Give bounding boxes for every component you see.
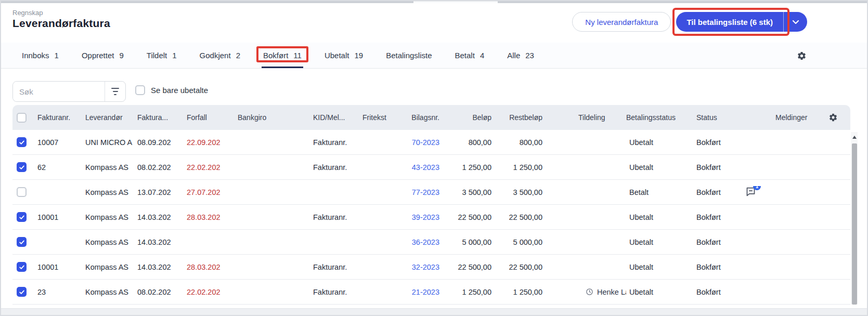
bilagsnr-link[interactable]: 36-2023 (412, 238, 439, 246)
table-row[interactable]: 10007 UNI MICRO A 08.09.202 22.09.202 Fa… (12, 130, 850, 155)
table-row[interactable]: 62 Kompass AS 08.02.202 22.02.202 Faktur… (12, 155, 850, 180)
cell-fakturanr: 10007 (37, 138, 85, 147)
cell-status: Bokført (696, 213, 742, 221)
cell-status: Bokført (696, 188, 742, 196)
col-header-tildeling[interactable]: Tildeling (575, 113, 626, 122)
col-header-kid[interactable]: KID/Mel... (313, 113, 362, 122)
tab-settings-gear-icon[interactable] (797, 43, 807, 69)
table-settings-gear-icon[interactable] (821, 113, 850, 122)
row-checkbox[interactable] (17, 162, 27, 172)
cell-forfall: 28.03.202 (187, 263, 238, 271)
to-payment-list-button[interactable]: Til betalingsliste (6 stk) (676, 12, 783, 32)
cell-restbelop: 3 500,00 (494, 188, 545, 196)
row-checkbox[interactable] (17, 137, 27, 147)
cell-meldinger: 1 (742, 186, 821, 199)
col-header-betalingsstatus[interactable]: Betalingsstatus (626, 113, 696, 122)
message-count-badge: 1 (753, 186, 761, 190)
show-only-unpaid-checkbox[interactable] (135, 85, 145, 95)
cell-forfall: 27.07.202 (187, 188, 238, 196)
row-checkbox[interactable] (17, 287, 27, 297)
check-icon (18, 288, 25, 296)
filter-icon[interactable] (105, 82, 125, 101)
table-row[interactable]: Kompass AS 14.03.202 36-2023 5 000,00 5 … (12, 230, 850, 255)
tab-betalt[interactable]: Betalt 4 (455, 43, 485, 68)
table-row[interactable]: 10001 Kompass AS 14.03.202 28.03.202 Fak… (12, 205, 850, 230)
check-icon (18, 214, 25, 221)
col-header-bilagsnr[interactable]: Bilagsnr. (409, 113, 442, 122)
col-header-bankgiro[interactable]: Bankgiro (238, 113, 313, 122)
scroll-up-button[interactable] (851, 132, 858, 142)
message-icon[interactable]: 1 (745, 186, 756, 199)
row-checkbox[interactable] (17, 262, 27, 272)
cell-status: Bokført (696, 163, 742, 172)
check-icon (18, 239, 25, 246)
tab-count: 9 (119, 51, 123, 60)
page-header: Regnskap Leverandørfaktura Ny leverandør… (1, 3, 867, 43)
tab-label: Ubetalt (325, 51, 349, 60)
table-row[interactable]: Kompass AS 13.07.202 27.07.202 77-2023 3… (12, 180, 850, 205)
horizontal-scrollbar[interactable] (1, 308, 867, 315)
tab-godkjent[interactable]: Godkjent 2 (200, 43, 240, 68)
show-only-unpaid-label: Se bare ubetalte (151, 86, 208, 95)
invoice-table: Fakturanr. Leverandør Faktura... Forfall… (12, 105, 850, 305)
cell-restbelop: 22 500,00 (494, 263, 545, 271)
tab-ubetalt[interactable]: Ubetalt 19 (325, 43, 363, 68)
tab-count: 11 (293, 51, 302, 60)
table-row[interactable]: 10001 Kompass AS 14.03.202 28.03.202 Fak… (12, 255, 850, 280)
cell-betalingsstatus: Ubetalt (626, 263, 696, 271)
bilagsnr-link[interactable]: 77-2023 (412, 188, 439, 196)
cell-fakturadato: 08.02.202 (137, 288, 187, 296)
col-header-forfall[interactable]: Forfall (187, 113, 238, 122)
select-all-checkbox[interactable] (17, 113, 27, 123)
bilagsnr-link[interactable]: 43-2023 (412, 163, 439, 172)
cell-leverandor: UNI MICRO A (85, 138, 137, 147)
vertical-scrollbar[interactable] (851, 132, 858, 305)
cell-kid: Fakturanr. (313, 213, 362, 221)
cell-forfall: 22.02.202 (187, 163, 238, 172)
vertical-scrollbar-thumb[interactable] (852, 143, 857, 305)
cell-betalingsstatus: Ubetalt (626, 163, 696, 172)
bilagsnr-link[interactable]: 70-2023 (412, 138, 439, 147)
cell-tildeling: Henke La (575, 288, 626, 296)
col-header-leverandor[interactable]: Leverandør (85, 113, 137, 122)
col-header-status[interactable]: Status (696, 113, 742, 122)
tab-list: Innboks 1 Opprettet 9 Tildelt 1 (22, 43, 557, 68)
new-invoice-button[interactable]: Ny leverandørfaktura (572, 12, 671, 32)
show-only-unpaid-toggle[interactable]: Se bare ubetalte (135, 85, 208, 95)
col-header-fakturanr[interactable]: Fakturanr. (37, 113, 85, 122)
col-header-fritekst[interactable]: Fritekst (362, 113, 409, 122)
search-input[interactable] (13, 82, 105, 101)
cell-kid: Fakturanr. (313, 288, 362, 296)
row-checkbox[interactable] (17, 212, 27, 222)
row-checkbox[interactable] (17, 187, 27, 197)
cell-status: Bokført (696, 288, 742, 296)
tab-label: Alle (507, 51, 520, 60)
col-header-fakturadato[interactable]: Faktura... (137, 113, 187, 122)
col-header-belop[interactable]: Beløp (442, 113, 494, 122)
header-actions: Ny leverandørfaktura Til betalingsliste … (572, 12, 807, 32)
tab-opprettet[interactable]: Opprettet 9 (82, 43, 124, 68)
cell-fakturanr: 10001 (37, 263, 85, 271)
cell-belop: 1 250,00 (442, 163, 494, 172)
col-header-restbelop[interactable]: Restbeløp (494, 113, 545, 122)
cell-betalingsstatus: Ubetalt (626, 238, 696, 246)
tab-alle[interactable]: Alle 23 (507, 43, 534, 68)
bilagsnr-link[interactable]: 39-2023 (412, 213, 439, 221)
tab-count: 19 (354, 51, 363, 60)
bilagsnr-link[interactable]: 21-2023 (412, 288, 439, 296)
tab-label: Tildelt (147, 51, 167, 60)
tab-betalingsliste[interactable]: Betalingsliste (386, 43, 432, 68)
row-checkbox[interactable] (17, 237, 27, 247)
breadcrumb: Regnskap (12, 9, 43, 17)
cell-forfall: 22.09.202 (187, 138, 238, 147)
cell-fakturadato: 14.03.202 (137, 238, 187, 246)
tab-innboks[interactable]: Innboks 1 (22, 43, 59, 68)
page-title: Leverandørfaktura (12, 17, 110, 30)
tab-tildelt[interactable]: Tildelt 1 (147, 43, 177, 68)
bilagsnr-link[interactable]: 32-2023 (412, 263, 439, 271)
tab-bokf-rt[interactable]: Bokført 11 (263, 43, 302, 68)
table-row[interactable]: 23 Kompass AS 08.02.202 22.02.202 Faktur… (12, 280, 850, 305)
payment-list-dropdown-button[interactable] (783, 12, 807, 32)
col-header-meldinger[interactable]: Meldinger (742, 113, 821, 122)
cell-leverandor: Kompass AS (85, 238, 137, 246)
